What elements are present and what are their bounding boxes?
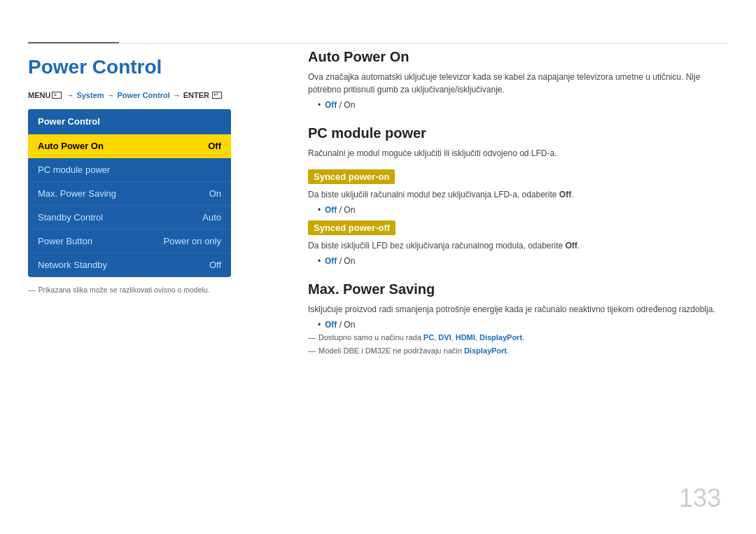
nav-item-label: PC module power [38, 164, 110, 175]
arrow2: → [107, 91, 115, 99]
nav-item-label: Standby Control [38, 212, 103, 223]
highlight-word: Off [566, 241, 578, 251]
nav-item[interactable]: Network StandbyOff [28, 253, 231, 277]
sub-bullet-list: Off / On [308, 205, 728, 215]
nav-item-value: On [209, 188, 221, 199]
section-title: PC module power [308, 125, 728, 141]
bullet-item: Off / On [318, 205, 728, 215]
link-text: DVI [438, 333, 451, 342]
section-title: Auto Power On [308, 49, 728, 65]
section-desc: Isključuje proizvod radi smanjenja potro… [308, 303, 728, 316]
page-number: 133 [679, 484, 721, 513]
highlight-off: Off [325, 100, 337, 110]
menu-icon [52, 92, 62, 99]
subsection-desc: Da biste isključili LFD bez uključivanja… [308, 239, 728, 252]
section-desc: Ova značajka automatski uključuje televi… [308, 71, 728, 96]
bullet-list: Off / On [308, 320, 728, 330]
bullet-list: Off / On [308, 100, 728, 110]
divider-top [28, 43, 728, 44]
section-auto-power-on: Auto Power OnOva značajka automatski ukl… [308, 49, 728, 110]
bullet-item: Off / On [318, 320, 728, 330]
nav-item[interactable]: Max. Power SavingOn [28, 182, 231, 206]
arrow3: → [173, 91, 181, 99]
nav-item[interactable]: Auto Power OnOff [28, 134, 231, 158]
note-text: Dostupno samo u načinu rada PC, DVI, HDM… [318, 332, 524, 343]
enter-label: ENTER [183, 91, 209, 99]
left-panel: Power Control MENU → System → Power Cont… [28, 49, 273, 294]
nav-box: Power Control Auto Power OnOffPC module … [28, 109, 231, 277]
nav-item-label: Network Standby [38, 260, 107, 270]
highlight-word: Off [559, 190, 571, 199]
footnote-text: Prikazana slika može se razlikovati ovis… [38, 286, 210, 294]
nav-item-value: Off [209, 260, 221, 270]
highlight-off: Off [325, 256, 337, 266]
note-line: Dostupno samo u načinu rada PC, DVI, HDM… [308, 332, 728, 343]
nav-item[interactable]: Standby ControlAuto [28, 206, 231, 230]
page-title: Power Control [28, 56, 273, 78]
nav-items-container: Auto Power OnOffPC module powerMax. Powe… [28, 134, 231, 277]
bullet-item: Off / On [318, 100, 728, 110]
link-text: PC [424, 333, 434, 342]
right-panel: Auto Power OnOva značajka automatski ukl… [308, 49, 728, 372]
section-title: Max. Power Saving [308, 281, 728, 297]
note-line: Modeli DBE i DM32E ne podržavaju način D… [308, 346, 728, 356]
menu-label: MENU [28, 91, 50, 99]
link-text: DisplayPort [479, 333, 522, 342]
menu-path: MENU → System → Power Control → ENTER [28, 91, 273, 99]
nav-item-label: Power Button [38, 236, 92, 246]
sub-bullet-list: Off / On [308, 256, 728, 266]
section-pc-module-power: PC module powerRačunalni je modul moguće… [308, 125, 728, 266]
subsection-title: Synced power-off [308, 220, 396, 235]
power-control-link[interactable]: Power Control [118, 91, 170, 99]
arrow1: → [66, 91, 74, 99]
nav-item-value: Auto [202, 212, 221, 223]
subsection-title: Synced power-on [308, 169, 395, 184]
enter-icon [212, 92, 222, 99]
nav-item-value: Power on only [164, 236, 221, 246]
note-text: Modeli DBE i DM32E ne podržavaju način D… [318, 346, 509, 356]
footnote: Prikazana slika može se razlikovati ovis… [28, 286, 273, 294]
nav-item-label: Auto Power On [38, 141, 104, 151]
section-desc: Računalni je modul moguće uključiti ili … [308, 147, 728, 160]
link-text: DisplayPort [464, 346, 507, 355]
link-text: HDMI [456, 333, 475, 342]
sections-container: Auto Power OnOva značajka automatski ukl… [308, 49, 728, 357]
section-max-power-saving: Max. Power SavingIsključuje proizvod rad… [308, 281, 728, 357]
system-link[interactable]: System [76, 91, 104, 99]
bullet-item: Off / On [318, 256, 728, 266]
nav-item-value: Off [208, 141, 221, 151]
highlight-off: Off [325, 320, 337, 330]
nav-box-title: Power Control [28, 109, 231, 134]
nav-item[interactable]: PC module power [28, 158, 231, 182]
highlight-off: Off [325, 205, 337, 215]
nav-item[interactable]: Power ButtonPower on only [28, 230, 231, 253]
subsection-desc: Da biste uključili računalni modul bez u… [308, 188, 728, 201]
nav-item-label: Max. Power Saving [38, 188, 116, 199]
